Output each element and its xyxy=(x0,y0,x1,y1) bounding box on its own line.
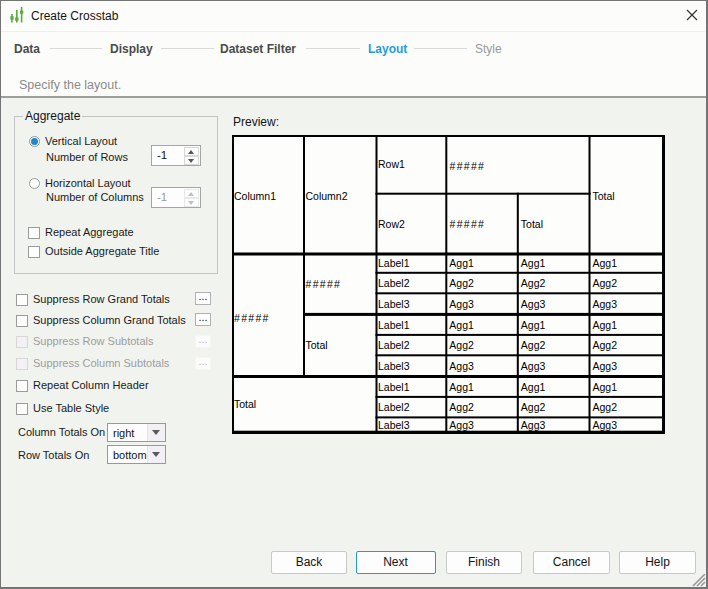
svg-text:#####: ##### xyxy=(450,160,486,172)
svg-text:Agg3: Agg3 xyxy=(449,419,474,431)
svg-text:Agg1: Agg1 xyxy=(449,319,474,331)
svg-text:Agg2: Agg2 xyxy=(449,277,474,289)
svg-text:Total: Total xyxy=(593,190,615,202)
svg-text:Agg3: Agg3 xyxy=(449,298,474,310)
svg-text:Agg2: Agg2 xyxy=(521,277,546,289)
svg-text:Agg3: Agg3 xyxy=(593,419,618,431)
svg-text:Agg2: Agg2 xyxy=(593,339,618,351)
svg-text:Agg1: Agg1 xyxy=(593,257,618,269)
svg-text:Column2: Column2 xyxy=(306,190,348,202)
svg-text:Agg1: Agg1 xyxy=(449,381,474,393)
svg-text:Label2: Label2 xyxy=(378,277,410,289)
svg-text:Agg3: Agg3 xyxy=(449,360,474,372)
svg-text:Agg1: Agg1 xyxy=(521,381,546,393)
svg-text:Agg3: Agg3 xyxy=(521,419,546,431)
svg-text:Label1: Label1 xyxy=(378,257,410,269)
svg-text:Agg1: Agg1 xyxy=(593,381,618,393)
svg-text:Agg3: Agg3 xyxy=(521,360,546,372)
svg-text:Label2: Label2 xyxy=(378,339,410,351)
svg-text:Label2: Label2 xyxy=(378,401,410,413)
svg-text:Label3: Label3 xyxy=(378,298,410,310)
svg-text:Agg2: Agg2 xyxy=(521,339,546,351)
svg-text:Row2: Row2 xyxy=(378,218,405,230)
svg-text:Row1: Row1 xyxy=(378,158,405,170)
svg-text:Agg1: Agg1 xyxy=(449,257,474,269)
svg-text:Agg2: Agg2 xyxy=(449,339,474,351)
svg-text:Agg1: Agg1 xyxy=(521,257,546,269)
svg-text:Column1: Column1 xyxy=(234,190,276,202)
svg-text:#####: ##### xyxy=(450,218,486,230)
svg-text:Agg2: Agg2 xyxy=(593,401,618,413)
svg-text:#####: ##### xyxy=(306,278,342,290)
svg-text:#####: ##### xyxy=(234,312,270,324)
svg-text:Label3: Label3 xyxy=(378,360,410,372)
svg-text:Label3: Label3 xyxy=(378,419,410,431)
svg-text:Agg3: Agg3 xyxy=(593,360,618,372)
svg-text:Agg2: Agg2 xyxy=(449,401,474,413)
svg-text:Label1: Label1 xyxy=(378,319,410,331)
svg-text:Agg2: Agg2 xyxy=(521,401,546,413)
svg-text:Agg1: Agg1 xyxy=(521,319,546,331)
svg-text:Label1: Label1 xyxy=(378,381,410,393)
svg-text:Total: Total xyxy=(521,218,543,230)
svg-text:Agg2: Agg2 xyxy=(593,277,618,289)
svg-text:Total: Total xyxy=(234,398,256,410)
svg-text:Agg1: Agg1 xyxy=(593,319,618,331)
svg-text:Agg3: Agg3 xyxy=(521,298,546,310)
svg-text:Total: Total xyxy=(306,339,328,351)
svg-text:Agg3: Agg3 xyxy=(593,298,618,310)
